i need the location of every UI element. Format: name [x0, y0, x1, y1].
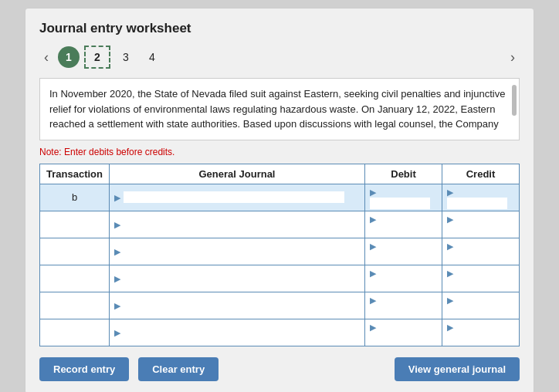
note-text: Note: Enter debits before credits. [39, 147, 520, 157]
col-header-transaction: Transaction [40, 164, 110, 184]
general-journal-input-1[interactable] [124, 218, 344, 230]
scrollbar[interactable] [512, 85, 517, 116]
table-row: ▶▶▶ [40, 292, 520, 319]
debit-input-2[interactable] [370, 252, 430, 263]
table-row: ▶▶▶ [40, 319, 520, 346]
cell-general-5[interactable]: ▶ [110, 319, 365, 346]
cell-general-0[interactable]: ▶ [110, 184, 365, 211]
table-row: b▶▶▶ [40, 184, 520, 211]
main-card: Journal entry worksheet ‹ 1 2 3 4 › In N… [25, 8, 534, 392]
credit-input-4[interactable] [447, 306, 507, 317]
credit-input-3[interactable] [447, 279, 507, 290]
debit-input-0[interactable] [370, 198, 430, 209]
cell-credit-4[interactable]: ▶ [442, 292, 520, 319]
view-general-journal-button[interactable]: View general journal [395, 357, 520, 381]
credit-input-5[interactable] [447, 333, 507, 344]
tab-3[interactable]: 3 [115, 46, 137, 69]
cell-credit-1[interactable]: ▶ [442, 211, 520, 238]
clear-entry-button[interactable]: Clear entry [138, 357, 219, 381]
debit-input-3[interactable] [370, 279, 430, 290]
cell-transaction-3 [40, 265, 110, 292]
cell-debit-4[interactable]: ▶ [365, 292, 442, 319]
general-journal-input-5[interactable] [124, 326, 344, 338]
credit-input-2[interactable] [447, 252, 507, 263]
table-row: ▶▶▶ [40, 265, 520, 292]
general-journal-input-3[interactable] [124, 272, 344, 284]
cell-credit-5[interactable]: ▶ [442, 319, 520, 346]
cell-transaction-5 [40, 319, 110, 346]
nav-right-arrow[interactable]: › [506, 48, 520, 67]
general-journal-input-2[interactable] [124, 245, 344, 257]
cell-debit-3[interactable]: ▶ [365, 265, 442, 292]
credit-input-0[interactable] [447, 198, 507, 209]
cell-debit-5[interactable]: ▶ [365, 319, 442, 346]
debit-input-4[interactable] [370, 306, 430, 317]
cell-transaction-4 [40, 292, 110, 319]
cell-credit-2[interactable]: ▶ [442, 238, 520, 265]
cell-general-4[interactable]: ▶ [110, 292, 365, 319]
debit-input-1[interactable] [370, 225, 430, 236]
col-header-credit: Credit [442, 164, 520, 184]
cell-debit-0[interactable]: ▶ [365, 184, 442, 211]
tab-4[interactable]: 4 [141, 46, 163, 69]
col-header-debit: Debit [365, 164, 442, 184]
tab-1[interactable]: 1 [58, 46, 80, 68]
tab-2[interactable]: 2 [84, 46, 110, 69]
cell-debit-2[interactable]: ▶ [365, 238, 442, 265]
record-entry-button[interactable]: Record entry [39, 357, 129, 381]
cell-debit-1[interactable]: ▶ [365, 211, 442, 238]
cell-transaction-0: b [40, 184, 110, 211]
cell-general-1[interactable]: ▶ [110, 211, 365, 238]
buttons-row: Record entry Clear entry View general jo… [39, 357, 520, 381]
description-box: In November 2020, the State of Nevada fi… [39, 78, 520, 140]
debit-input-5[interactable] [370, 333, 430, 344]
page-title: Journal entry worksheet [39, 21, 520, 36]
cell-general-3[interactable]: ▶ [110, 265, 365, 292]
cell-transaction-1 [40, 211, 110, 238]
description-text: In November 2020, the State of Nevada fi… [49, 88, 505, 130]
tabs-row: ‹ 1 2 3 4 › [39, 46, 520, 69]
cell-transaction-2 [40, 238, 110, 265]
cell-credit-0[interactable]: ▶ [442, 184, 520, 211]
general-journal-input-0[interactable] [124, 191, 344, 203]
table-row: ▶▶▶ [40, 238, 520, 265]
credit-input-1[interactable] [447, 225, 507, 236]
general-journal-input-4[interactable] [124, 299, 344, 311]
cell-general-2[interactable]: ▶ [110, 238, 365, 265]
journal-table: Transaction General Journal Debit Credit… [39, 164, 520, 346]
cell-credit-3[interactable]: ▶ [442, 265, 520, 292]
nav-left-arrow[interactable]: ‹ [39, 48, 53, 67]
col-header-general: General Journal [110, 164, 365, 184]
table-row: ▶▶▶ [40, 211, 520, 238]
